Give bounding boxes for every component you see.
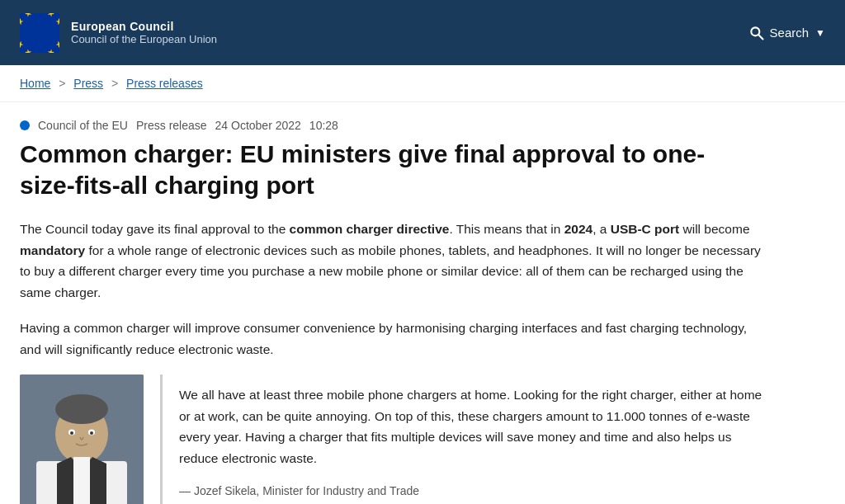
svg-line-14 xyxy=(758,35,762,39)
breadcrumb-separator-2: > xyxy=(111,77,118,90)
para1-text3: , a xyxy=(592,222,611,236)
quote-attribution: — Jozef Sikela, Minister for Industry an… xyxy=(179,484,762,497)
para1-bold1: common charger directive xyxy=(290,222,450,236)
breadcrumb-press-releases[interactable]: Press releases xyxy=(126,77,203,90)
meta-date: 24 October 2022 xyxy=(215,119,301,132)
breadcrumb-home[interactable]: Home xyxy=(20,77,50,90)
header-line1: European Council xyxy=(71,20,217,33)
header-org-text: European Council Council of the European… xyxy=(71,20,217,45)
header-line2: Council of the European Union xyxy=(71,33,217,45)
svg-point-23 xyxy=(90,431,93,435)
svg-point-22 xyxy=(70,431,73,435)
eu-flag-icon xyxy=(20,13,59,53)
meta-dot-icon xyxy=(20,120,30,130)
quote-text: We all have at least three mobile phone … xyxy=(179,384,762,469)
chevron-down-icon: ▼ xyxy=(815,27,825,39)
meta-type: Press release xyxy=(136,119,207,132)
search-label: Search xyxy=(770,26,810,40)
para1-text4: will become xyxy=(679,222,749,236)
search-icon xyxy=(748,25,765,41)
para1-bold3: USB-C port xyxy=(611,222,680,236)
minister-photo xyxy=(20,374,144,504)
para1-text2: . This means that in xyxy=(449,222,564,236)
article-paragraph-1: The Council today gave its final approva… xyxy=(20,219,762,303)
svg-rect-24 xyxy=(73,457,90,504)
meta-source: Council of the EU xyxy=(38,119,128,132)
breadcrumb-press[interactable]: Press xyxy=(73,77,103,90)
breadcrumb: Home > Press > Press releases xyxy=(0,65,845,102)
svg-rect-0 xyxy=(20,13,59,53)
svg-point-19 xyxy=(55,394,108,424)
article-meta: Council of the EU Press release 24 Octob… xyxy=(0,102,845,139)
search-button[interactable]: Search ▼ xyxy=(748,25,825,41)
meta-time: 10:28 xyxy=(309,119,338,132)
header-logo-area: European Council Council of the European… xyxy=(20,13,217,53)
quote-content: We all have at least three mobile phone … xyxy=(160,374,762,504)
quote-block: We all have at least three mobile phone … xyxy=(20,374,762,504)
article-paragraph-2: Having a common charger will improve con… xyxy=(20,318,762,360)
article-content: The Council today gave its final approva… xyxy=(20,219,825,504)
article-body: Common charger: EU ministers give final … xyxy=(0,139,845,504)
para1-text5: for a whole range of electronic devices … xyxy=(20,243,761,299)
para1-bold4: mandatory xyxy=(20,243,85,257)
site-header: European Council Council of the European… xyxy=(0,0,845,65)
para1-text1: The Council today gave its final approva… xyxy=(20,222,290,236)
para1-bold2: 2024 xyxy=(564,222,592,236)
minister-portrait-icon xyxy=(20,374,144,504)
breadcrumb-separator-1: > xyxy=(59,77,65,90)
article-title: Common charger: EU ministers give final … xyxy=(20,139,746,200)
